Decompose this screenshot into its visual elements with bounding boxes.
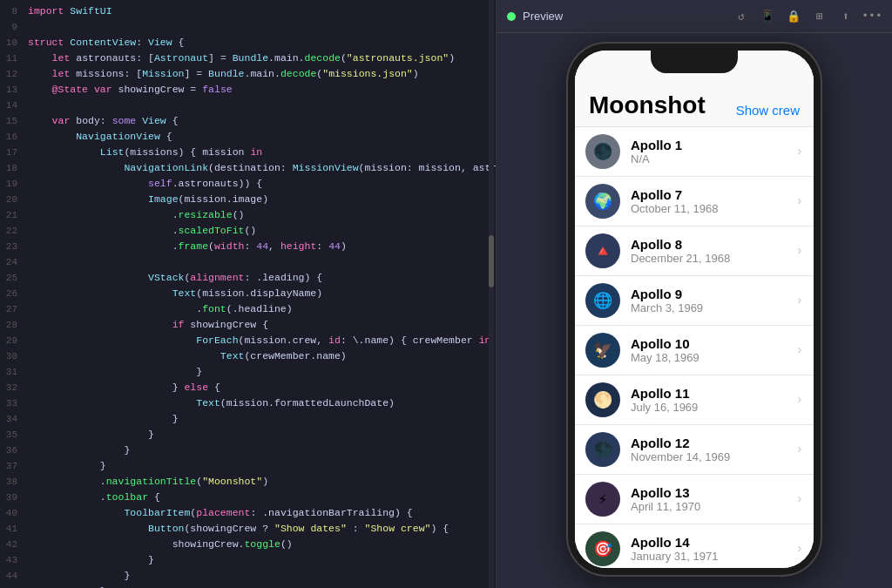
code-line-44: 44 } [0,568,496,584]
code-line-13: 13 @State var showingCrew = false [0,82,496,98]
line-content: if showingCrew { [28,317,489,333]
mission-date: January 31, 1971 [631,550,793,563]
line-content: } [28,552,489,568]
line-number: 12 [0,66,28,82]
line-content: ForEach(mission.crew, id: \.name) { crew… [28,333,490,348]
mission-badge: 🔺 [585,233,620,268]
code-line-29: 29 ForEach(mission.crew, id: \.name) { c… [0,333,496,348]
code-line-42: 42 showingCrew.toggle() [0,537,496,552]
show-crew-button[interactable]: Show crew [736,103,800,119]
refresh-icon[interactable]: ↺ [732,7,751,26]
device-icon[interactable]: 📱 [758,7,777,26]
line-number: 33 [0,395,28,411]
mission-date: July 16, 1969 [631,401,793,414]
code-line-26: 26 Text(mission.displayName) [0,286,496,301]
mission-row[interactable]: 🔺Apollo 8December 21, 1968› [575,226,814,276]
line-number: 19 [0,176,28,192]
lock-icon[interactable]: 🔒 [784,7,803,26]
line-number: 26 [0,286,28,301]
scrollbar-track [489,0,494,588]
mission-info: Apollo 12November 14, 1969 [631,436,793,463]
line-content: showingCrew.toggle() [28,537,489,552]
mission-row[interactable]: 🦅Apollo 10May 18, 1969› [575,326,814,375]
chevron-right-icon: › [796,294,803,308]
line-number: 9 [0,19,28,35]
line-number: 28 [0,317,28,333]
code-line-18: 18 NavigationLink(destination: MissionVi… [0,160,496,176]
mission-name: Apollo 11 [631,386,793,401]
mission-row[interactable]: 🌍Apollo 7October 11, 1968› [575,177,814,226]
code-line-32: 32 } else { [0,380,496,395]
line-content: } [28,411,489,427]
line-content: import SwiftUI [28,3,489,19]
mission-info: Apollo 8December 21, 1968 [631,237,793,265]
line-content: Text(crewMember.name) [28,348,489,364]
mission-date: December 21, 1968 [631,252,793,265]
duplicate-icon[interactable]: ⊞ [810,7,829,26]
preview-status-dot [507,12,516,21]
line-number: 17 [0,145,28,160]
chevron-right-icon: › [796,443,803,456]
code-line-39: 39 .toolbar { [0,490,496,505]
mission-name: Apollo 7 [631,187,793,202]
line-content: List(missions) { mission in [28,145,489,160]
line-content: let missions: [Mission] = Bundle.main.de… [28,66,489,82]
mission-row[interactable]: 🌕Apollo 11July 16, 1969› [575,375,814,425]
mission-row[interactable]: 🌑Apollo 12November 14, 1969› [575,425,814,475]
mission-row[interactable]: 🎯Apollo 14January 31, 1971› [575,524,814,568]
mission-badge: 🦅 [585,333,620,368]
line-content: Image(mission.image) [28,192,489,207]
code-line-45: 45 } [0,584,496,588]
mission-row[interactable]: 🌐Apollo 9March 3, 1969› [575,276,814,326]
line-number: 40 [0,505,28,521]
line-content: .scaledToFit() [28,223,489,239]
line-content: } [28,458,489,474]
mission-info: Apollo 9March 3, 1969 [631,287,793,314]
code-line-37: 37 } [0,458,496,474]
line-content: Text(mission.formattedLaunchDate) [28,395,489,411]
line-number: 39 [0,490,28,505]
line-number: 38 [0,474,28,490]
chevron-right-icon: › [796,145,803,159]
share-icon[interactable]: ⬆ [836,7,855,26]
line-number: 30 [0,348,28,364]
code-line-31: 31 } [0,364,496,380]
chevron-right-icon: › [796,244,803,258]
mission-badge: 🌍 [585,184,620,219]
code-line-10: 10struct ContentView: View { [0,35,496,51]
more-icon[interactable]: ••• [862,7,882,26]
scrollbar-thumb[interactable] [489,235,494,287]
code-line-34: 34 } [0,411,496,427]
line-content: let astronauts: [Astronaut] = Bundle.mai… [28,51,489,66]
chevron-right-icon: › [796,542,803,556]
mission-row[interactable]: 🌑Apollo 1N/A› [575,127,814,177]
code-line-27: 27 .font(.headline) [0,301,496,317]
line-number: 25 [0,270,28,286]
code-line-35: 35 } [0,427,496,443]
preview-toolbar: Preview ↺ 📱 🔒 ⊞ ⬆ ••• [497,0,892,33]
mission-row[interactable]: ⚡Apollo 13April 11, 1970› [575,475,814,524]
line-number: 42 [0,537,28,552]
code-line-41: 41 Button(showingCrew ? "Show dates" : "… [0,521,496,537]
mission-badge: ⚡ [585,482,620,517]
line-number: 32 [0,380,28,395]
line-number: 44 [0,568,28,584]
mission-badge: 🎯 [585,531,620,566]
mission-badge: 🌑 [585,134,620,169]
mission-date: April 11, 1970 [631,500,793,513]
mission-info: Apollo 1N/A [631,138,793,166]
line-number: 16 [0,129,28,145]
line-content: .navigationTitle("Moonshot") [28,474,489,490]
code-line-17: 17 List(missions) { mission in [0,145,496,160]
code-line-25: 25 VStack(alignment: .leading) { [0,270,496,286]
line-content: Text(mission.displayName) [28,286,489,301]
code-line-36: 36 } [0,443,496,458]
line-content: @State var showingCrew = false [28,82,489,98]
mission-list: 🌑Apollo 1N/A›🌍Apollo 7October 11, 1968›🔺… [575,127,814,568]
code-line-12: 12 let missions: [Mission] = Bundle.main… [0,66,496,82]
preview-panel: Preview ↺ 📱 🔒 ⊞ ⬆ ••• Moonshot Show crew… [497,0,892,588]
line-number: 36 [0,443,28,458]
line-number: 21 [0,207,28,223]
code-line-19: 19 self.astronauts)) { [0,176,496,192]
line-number: 20 [0,192,28,207]
